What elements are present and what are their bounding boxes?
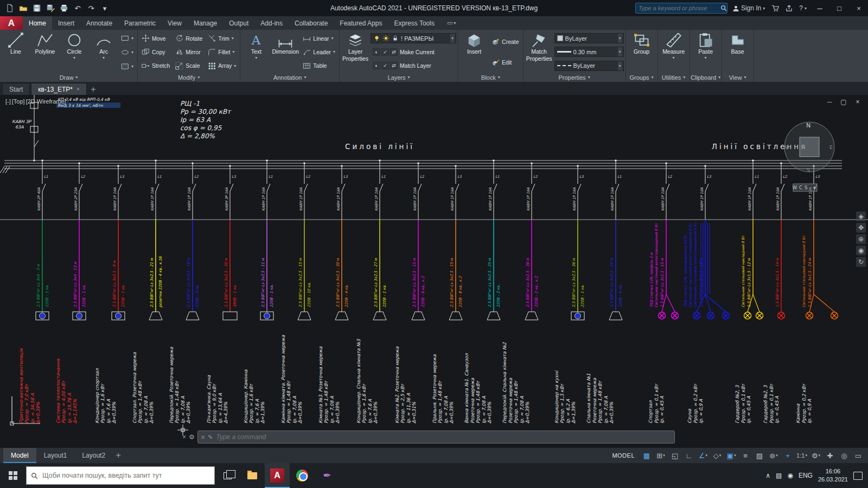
panel-expand-icon[interactable]: ▾ [744, 75, 746, 80]
dropdown-arrow-icon[interactable]: ▾ [73, 56, 75, 61]
help-search-box[interactable] [635, 3, 727, 14]
file-tab-close-icon[interactable]: × [76, 86, 80, 92]
plot-button[interactable] [58, 2, 71, 14]
ellipse-tool-button[interactable]: ▾ [119, 47, 136, 57]
group-button[interactable]: Group [628, 31, 656, 73]
share-icon[interactable] [784, 5, 794, 12]
tray-apps-icon[interactable]: ▤ [776, 472, 782, 479]
undo-button[interactable]: ↶ [71, 2, 84, 14]
customize-toggle[interactable]: ✚ [824, 450, 837, 461]
layout-tab-layout2[interactable]: Layout2 [74, 448, 113, 463]
panel-expand-icon[interactable]: ▾ [498, 75, 500, 80]
panel-expand-icon[interactable]: ▾ [197, 75, 200, 80]
clean-screen-toggle[interactable]: ▭ [852, 450, 865, 461]
stretch-button[interactable]: Stretch [139, 61, 172, 71]
chevron-down-icon[interactable]: ▾ [719, 453, 722, 458]
showmotion-icon[interactable]: ↻ [856, 257, 866, 267]
lineweight-toggle[interactable]: ≡ [739, 450, 752, 461]
mirror-button[interactable]: Mirror [173, 47, 205, 57]
fillet-button[interactable]: Fillet▾ [206, 47, 238, 57]
ribbon-tab-home[interactable]: Home [23, 16, 52, 30]
dropdown-arrow-icon[interactable]: ▾ [103, 56, 105, 61]
grid-toggle[interactable]: ▦ [640, 450, 653, 461]
sign-in-button[interactable]: Sign In▾ [731, 4, 767, 12]
panel-label-properties[interactable]: Properties▾ [524, 73, 626, 82]
table-button[interactable]: Table [301, 61, 337, 71]
network-icon[interactable]: ◉ [787, 472, 793, 479]
search-icon[interactable] [720, 5, 727, 11]
visual-style-control[interactable]: [2D Wireframe] [26, 98, 66, 105]
panel-label-annotation[interactable]: Annotation▾ [240, 73, 339, 82]
new-layout-button[interactable]: + [113, 450, 124, 461]
move-button[interactable]: Move [139, 33, 172, 43]
match-layer-button[interactable]: ◐✓⇄Match Layer [371, 61, 456, 71]
tray-expand-icon[interactable]: ∧ [765, 472, 770, 479]
line-button[interactable]: Line [2, 31, 30, 73]
rect-tool-button[interactable]: ▾ [119, 33, 136, 43]
drawing-close-button[interactable]: × [852, 97, 864, 107]
copy-button[interactable]: Copy [139, 47, 172, 57]
taskbar-search-box[interactable] [26, 466, 215, 485]
drawing-area[interactable]: КАВН 3Р63АКП-0,4 кВ від ВРП-0,4 кВВвід 3… [0, 95, 868, 448]
customize-dropdown-button[interactable]: ▾ [98, 2, 111, 14]
chevron-down-icon[interactable]: ▾ [663, 453, 665, 458]
chevron-down-icon[interactable]: ▾ [618, 34, 622, 43]
ribbon-tab-annotate[interactable]: Annotate [80, 16, 118, 30]
workspace-settings-toggle[interactable]: ⚙▾ [809, 450, 822, 461]
ribbon-tab-insert[interactable]: Insert [52, 16, 80, 30]
file-tab[interactable]: Start [2, 83, 30, 95]
minimize-button[interactable]: ─ [812, 0, 828, 16]
save-as-button[interactable] [44, 2, 57, 14]
panel-expand-icon[interactable]: ▾ [75, 75, 78, 80]
ribbon-tab-output[interactable]: Output [223, 16, 254, 30]
base-button[interactable]: Base [724, 31, 752, 73]
dropdown-arrow-icon[interactable]: ▾ [255, 56, 257, 61]
ribbon-tab-manage[interactable]: Manage [188, 16, 223, 30]
arc-button[interactable]: Arc▾ [90, 31, 118, 73]
array-button[interactable]: Array▾ [206, 61, 238, 71]
model-space-button[interactable]: MODEL [608, 452, 639, 459]
panel-expand-icon[interactable]: ▾ [683, 75, 685, 80]
dropdown-arrow-icon[interactable]: ▾ [673, 56, 675, 61]
viewport-menu[interactable]: [-] [5, 98, 11, 105]
close-button[interactable]: × [851, 0, 867, 16]
layer-state-icon[interactable]: ◐ [373, 62, 380, 69]
ortho-toggle[interactable]: ∟ [682, 450, 695, 461]
layer-state-icon[interactable]: ✓ [381, 48, 389, 56]
taskbar-app-chrome[interactable] [290, 463, 315, 488]
leader-button[interactable]: Leader▾ [301, 47, 337, 57]
layer-state-icon[interactable]: ⇄ [390, 48, 398, 56]
rotate-button[interactable]: Rotate [173, 33, 205, 43]
panel-expand-icon[interactable]: ▾ [718, 75, 720, 80]
command-grip[interactable]: ≡ [201, 434, 205, 440]
pan-icon[interactable]: ✥ [856, 223, 866, 233]
isolate-objects-toggle[interactable]: ◎ [838, 450, 851, 461]
layer-state-icon[interactable]: ✓ [381, 62, 389, 69]
snap-toggle[interactable]: ⊞▾ [654, 450, 667, 461]
action-center-icon[interactable] [853, 472, 863, 480]
orbit-icon[interactable]: ◉ [856, 246, 866, 255]
panel-label-view[interactable]: View▾ [722, 73, 754, 82]
selection-cycling-toggle[interactable]: ⊚▾ [767, 450, 780, 461]
help-search-input[interactable] [636, 5, 720, 11]
chevron-down-icon[interactable]: ▾ [618, 47, 622, 56]
panel-label-clipboard[interactable]: Clipboard▾ [690, 73, 722, 82]
save-button[interactable] [30, 2, 43, 14]
drawing-restore-button[interactable]: ▢ [838, 97, 850, 107]
chevron-down-icon[interactable]: ▾ [776, 453, 778, 458]
panel-label-block[interactable]: Block▾ [458, 73, 523, 82]
annotation-scale-toggle[interactable]: 1:1▾ [795, 450, 808, 461]
make-current-button[interactable]: ◐✓⇄Make Current [371, 47, 456, 57]
ribbon-display-toggle[interactable]: ▭▾ [444, 16, 459, 30]
start-button[interactable] [0, 463, 26, 488]
ribbon-tab-collaborate[interactable]: Collaborate [289, 16, 334, 30]
command-input[interactable] [216, 433, 671, 441]
chevron-down-icon[interactable]: ▾ [734, 453, 736, 458]
application-menu-button[interactable]: A [0, 16, 23, 30]
object-snap-toggle[interactable]: ▣▾ [725, 450, 738, 461]
chevron-down-icon[interactable]: ▾ [819, 453, 821, 458]
command-line[interactable]: ≡ ✎ [197, 431, 675, 444]
linear-button[interactable]: Linear▾ [301, 33, 337, 43]
drawing-minimize-button[interactable]: ─ [824, 97, 835, 107]
trim-button[interactable]: Trim▾ [206, 33, 238, 43]
